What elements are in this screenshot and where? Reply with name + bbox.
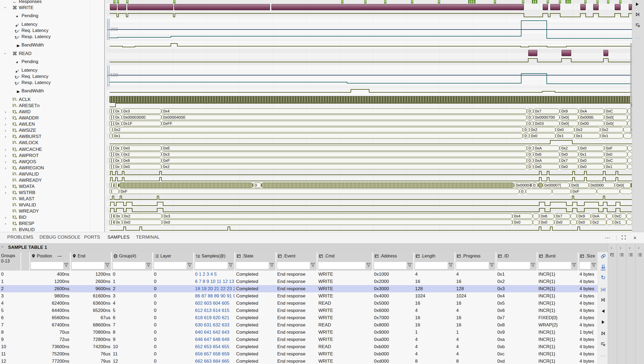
chevron-right-icon[interactable]: › — [5, 214, 9, 220]
table-row[interactable]: 564400ns65200ns50612 613 614 615Complete… — [0, 307, 598, 314]
sample-table-view-4[interactable]: › — [635, 243, 644, 364]
table-row[interactable]: 22600ns9600ns2018 19 20 21 22 23 24 25Co… — [0, 285, 598, 292]
chevron-right-icon[interactable]: › — [620, 245, 621, 250]
last-sample-icon[interactable] — [600, 331, 606, 337]
sidebar-item-wvalid[interactable]: WVALID — [0, 202, 104, 208]
wave-row-ACLK[interactable] — [110, 96, 632, 103]
more-table-actions-icon[interactable]: ⋯ — [600, 353, 606, 359]
table-row[interactable]: 972us72800ns90646 647 648 649CompletedEn… — [0, 336, 598, 343]
cell-samples[interactable]: 618 619 620 621 — [194, 314, 235, 321]
wave-row-WLAST[interactable] — [110, 195, 632, 201]
chevron-right-icon[interactable]: › — [5, 159, 9, 165]
chevron-right-icon[interactable]: › — [5, 190, 9, 196]
cell-samples[interactable]: 656 657 658 659 — [194, 350, 235, 358]
display-settings-icon[interactable] — [635, 23, 640, 29]
sidebar-item-bvalid[interactable]: BVALID — [0, 227, 104, 232]
wave-row-read-latency-analog[interactable]: 500 — [110, 65, 632, 86]
sidebar-item-bid[interactable]: ›BID — [0, 214, 104, 220]
table-row[interactable]: 767400ns68600ns70630 631 632 633Complete… — [0, 321, 598, 329]
maximize-panel-icon[interactable] — [620, 234, 627, 241]
column-label[interactable]: .Size — [580, 254, 595, 259]
filter-input-group[interactable] — [113, 262, 145, 269]
sidebar-item-awid[interactable]: ›AWID — [0, 109, 104, 115]
chevron-right-icon[interactable]: › — [5, 133, 9, 140]
sidebar-item-resp-latency[interactable]: ↻zResp. Latency — [0, 34, 104, 40]
wave-row-AWBURST[interactable]: 0x10:0x00x10x10x1 — [110, 133, 632, 139]
sidebar-item-req-latency[interactable]: ↻zReq. Latency — [0, 27, 104, 34]
sidebar-item-req-latency[interactable]: ↻zReq. Latency — [0, 73, 104, 79]
sidebar-item-wlast[interactable]: WLAST — [0, 196, 104, 202]
cell-samples[interactable]: 652 653 654 655 — [194, 343, 235, 350]
sidebar-item-awprot[interactable]: ›AWPROT — [0, 152, 104, 159]
filter-funnel-icon[interactable] — [146, 263, 151, 268]
next-edge-icon[interactable] — [635, 2, 639, 8]
filter-funnel-icon[interactable] — [269, 263, 274, 268]
wave-row-AWADDR[interactable]: (0x0x000030000x000040000:0x00007000x0(0x… — [110, 115, 632, 121]
sidebar-item-bandwidth[interactable]: ▶▶ BandWidth — [0, 42, 104, 48]
cell-samples[interactable]: 630 631 632 633 — [194, 321, 235, 329]
waveform-vertical-scrollbar[interactable] — [630, 43, 632, 134]
more-actions-icon[interactable]: ⋯ — [604, 234, 611, 241]
waveform-canvas[interactable]: 200500(0x0x30x40:0x70x90xA0xC(0x0x000030… — [107, 0, 632, 232]
chevron-right-icon[interactable]: › — [5, 109, 9, 115]
chevron-right-icon[interactable]: › — [5, 183, 9, 190]
cell-samples[interactable]: 640 641 642 643 — [194, 329, 235, 336]
chevron-right-icon[interactable]: › — [5, 127, 9, 133]
sidebar-item-awregion[interactable]: ›AWREGION — [0, 165, 104, 171]
panel-tab-samples[interactable]: SAMPLES — [107, 232, 129, 244]
wave-row-AWCACHE[interactable]: (0x0x00xE0:0xA0x20x00xF — [110, 145, 632, 151]
panel-tab-ports[interactable]: PORTS — [84, 232, 100, 243]
first-sample-icon[interactable] — [600, 297, 606, 304]
link-to-waveform-icon[interactable] — [600, 254, 606, 260]
sidebar-item-latency[interactable]: ◕zLatency — [0, 67, 104, 73]
chevron-right-icon[interactable]: › — [5, 152, 9, 159]
filter-input-burst[interactable] — [538, 262, 571, 269]
wave-row-AWSIZE[interactable]: 0x20:0x20x00x20x2 — [110, 127, 632, 133]
filter-input-layer[interactable] — [154, 262, 186, 269]
chevron-right-icon[interactable]: › — [5, 121, 9, 127]
wave-row-responses-markers[interactable] — [110, 0, 632, 3]
filter-input-position[interactable] — [31, 262, 63, 269]
chevron-right-icon[interactable]: › — [5, 220, 9, 227]
filter-funnel-icon[interactable] — [490, 263, 494, 268]
sidebar-item-latency[interactable]: ◕zLatency — [0, 21, 104, 27]
cell-samples[interactable]: 612 613 614 615 — [194, 307, 235, 314]
sidebar-item-awready[interactable]: AWREADY — [0, 177, 104, 183]
table-row[interactable]: 1073600ns74200ns100652 653 654 655Comple… — [0, 343, 598, 350]
sample-table-view-3[interactable]: › — [626, 243, 635, 364]
sample-table-section-header[interactable]: › SAMPLE TABLE 1 — [0, 243, 644, 252]
filter-input-cmd[interactable] — [318, 262, 365, 269]
filter-input-end[interactable] — [72, 262, 104, 269]
table-row[interactable]: 0400ns1200ns000 1 2 3 4 5CompletedEnd re… — [0, 271, 598, 278]
cell-samples[interactable]: 646 647 648 649 — [194, 336, 235, 343]
filter-funnel-icon[interactable] — [64, 263, 69, 268]
sidebar-item-awcache[interactable]: ›AWCACHE — [0, 146, 104, 152]
filter-funnel-icon[interactable] — [187, 263, 192, 268]
wave-row-BRESP[interactable]: C0x0x00x00x00x00x00x00x20x1 — [110, 220, 632, 225]
sidebar-item-awlock[interactable]: AWLOCK — [0, 140, 104, 146]
table-row[interactable]: 11200ns2600ns106 7 8 9 10 11 12 13 14 15… — [0, 278, 598, 285]
chevron-right-icon[interactable]: › — [638, 245, 639, 250]
wave-row-AWQOS[interactable]: (0x0x80xF0:0xA0x70x00xC — [110, 158, 632, 164]
chevron-right-icon[interactable]: › — [629, 245, 630, 250]
sidebar-item-write[interactable]: ›⌘WRITE — [0, 5, 104, 11]
wave-row-AWLOCK[interactable] — [110, 139, 632, 145]
sidebar-item-pending[interactable]: ◕Pending — [0, 59, 104, 65]
filter-input-address[interactable] — [374, 262, 406, 269]
table-row[interactable]: 665600ns67us60618 619 620 621CompletedEn… — [0, 314, 598, 321]
column-label[interactable]: .State — [237, 254, 253, 259]
table-row[interactable]: 462400ns63600ns40602 603 604 605Complete… — [0, 300, 598, 307]
column-label[interactable]: Layer — [154, 254, 171, 259]
table-row[interactable]: 870us70800ns80640 641 642 643CompletedEn… — [0, 329, 598, 336]
last-edge-icon[interactable] — [635, 12, 640, 18]
column-label[interactable]: End — [72, 254, 85, 259]
wave-row-AWLEN[interactable]: (0x0x1F0xFF0:0x030x0(0x000x0( — [110, 121, 632, 127]
chevron-right-icon[interactable]: › — [5, 146, 9, 152]
sample-table-view-2[interactable]: › — [617, 243, 626, 364]
sidebar-item-aresetn[interactable]: ARESETn — [0, 103, 104, 109]
wave-row-BID[interactable]: C0x0x20x30x40x60x70x90xA0xC — [110, 213, 632, 219]
filter-funnel-icon[interactable] — [448, 263, 453, 268]
filter-input-event[interactable] — [277, 262, 310, 269]
sidebar-item-read[interactable]: ›⌘READ — [0, 50, 104, 57]
table-row[interactable]: 1175200ns76us110656 657 658 659Completed… — [0, 350, 598, 358]
